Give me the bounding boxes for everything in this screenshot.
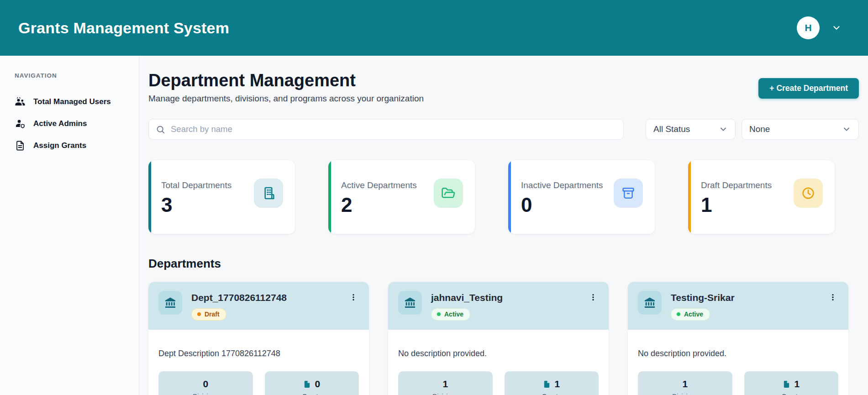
department-description: No description provided.: [638, 349, 838, 358]
avatar[interactable]: H: [797, 16, 820, 39]
status-text: Active: [684, 311, 703, 318]
divisions-count: 0: [158, 378, 253, 390]
stats-row: Total Departments 3 Active Departments 2…: [148, 160, 859, 234]
status-filter-value: All Status: [653, 124, 690, 134]
department-card-body: Dept Description 1770826112748 0 Divisio…: [148, 330, 369, 395]
grants-label: Grants: [505, 393, 599, 395]
grants-stat-box: 1 Grants: [505, 371, 599, 395]
grants-count: 1: [554, 378, 560, 390]
grants-count: 1: [794, 378, 800, 390]
accent-bar: [328, 160, 331, 234]
grants-label: Grants: [744, 393, 839, 395]
bank-icon: [398, 291, 422, 315]
status-badge: Active: [671, 308, 710, 321]
create-department-button[interactable]: + Create Department: [758, 78, 859, 99]
grants-count: 0: [315, 378, 320, 390]
divisions-label: Divisions: [638, 393, 732, 395]
page-head-text: Department Management Manage departments…: [148, 71, 424, 104]
department-card: Dept_1770826112748 Draft Dept Descriptio…: [148, 282, 369, 395]
page-subtitle: Manage departments, divisions, and progr…: [148, 94, 424, 104]
office-building-icon: [254, 179, 283, 208]
file-icon: [783, 380, 790, 388]
divisions-stat-box: 0 Divisions: [158, 371, 253, 395]
users-group-icon: [15, 96, 26, 107]
department-card-body: No description provided. 1 Divisions 1 G…: [388, 330, 609, 395]
divisions-count: 1: [638, 378, 732, 390]
header-user-area: H: [797, 16, 842, 39]
accent-bar: [688, 160, 691, 234]
grants-label: Grants: [265, 393, 359, 395]
department-title-block: Testing-Srikar Active: [671, 291, 735, 321]
sidebar-item-active-admins[interactable]: Active Admins: [0, 113, 139, 135]
secondary-filter-dropdown[interactable]: None: [742, 119, 859, 140]
sidebar-item-assign-grants[interactable]: Assign Grants: [0, 135, 139, 157]
department-name: Testing-Srikar: [671, 292, 735, 303]
department-stats: 1 Divisions 1 Grants: [398, 371, 599, 395]
divisions-stat-box: 1 Divisions: [398, 371, 493, 395]
department-title-block: jahnavi_Testing Active: [431, 291, 503, 321]
accent-bar: [508, 160, 511, 234]
status-filter-dropdown[interactable]: All Status: [646, 119, 736, 140]
status-badge: Draft: [191, 308, 226, 321]
clock-icon: [794, 179, 823, 208]
archive-box-icon: [614, 179, 643, 208]
department-name: jahnavi_Testing: [431, 292, 503, 303]
kebab-menu-icon[interactable]: [588, 291, 599, 305]
search-icon: [156, 125, 165, 134]
chevron-down-icon[interactable]: [831, 23, 842, 33]
status-text: Active: [444, 311, 463, 318]
bank-icon: [158, 291, 182, 315]
document-icon: [15, 140, 26, 151]
departments-heading: Departments: [148, 257, 859, 271]
department-card: Testing-Srikar Active No description pro…: [628, 282, 848, 395]
sidebar-item-label: Active Admins: [33, 119, 87, 128]
department-name: Dept_1770826112748: [191, 292, 287, 303]
secondary-filter-value: None: [749, 124, 770, 134]
departments-grid: Dept_1770826112748 Draft Dept Descriptio…: [148, 282, 859, 395]
department-card-header: jahnavi_Testing Active: [388, 282, 609, 330]
bank-icon: [638, 291, 662, 315]
sidebar: NAVIGATION Total Managed Users Active Ad…: [0, 56, 139, 395]
stat-card-inactive-departments: Inactive Departments 0: [508, 160, 655, 234]
department-stats: 0 Divisions 0 Grants: [158, 371, 359, 395]
toolbar: All Status None: [148, 119, 859, 140]
sidebar-item-label: Assign Grants: [33, 141, 86, 150]
chevron-down-icon: [842, 125, 851, 134]
file-icon: [303, 380, 311, 388]
folder-open-icon: [434, 179, 463, 208]
status-text: Draft: [205, 311, 220, 318]
status-badge: Active: [431, 308, 470, 321]
department-description: No description provided.: [398, 349, 599, 358]
file-icon: [543, 380, 551, 388]
kebab-menu-icon[interactable]: [348, 291, 359, 305]
divisions-stat-box: 1 Divisions: [638, 371, 732, 395]
main-content: Department Management Manage departments…: [139, 56, 868, 395]
department-description: Dept Description 1770826112748: [158, 349, 359, 358]
grants-stat-box: 0 Grants: [265, 371, 359, 395]
department-card-header: Dept_1770826112748 Draft: [148, 282, 369, 330]
department-stats: 1 Divisions 1 Grants: [638, 371, 838, 395]
stat-card-total-departments: Total Departments 3: [148, 160, 295, 234]
app-title: Grants Management System: [18, 19, 229, 37]
admin-shield-icon: [15, 118, 26, 129]
divisions-count: 1: [398, 378, 493, 390]
search-input[interactable]: [171, 124, 616, 134]
department-card-header: Testing-Srikar Active: [628, 282, 848, 330]
department-card: jahnavi_Testing Active No description pr…: [388, 282, 609, 395]
kebab-menu-icon[interactable]: [827, 291, 838, 305]
sidebar-item-label: Total Managed Users: [33, 97, 111, 106]
status-dot: [437, 312, 441, 316]
status-dot: [677, 312, 680, 316]
status-dot: [197, 312, 201, 316]
divisions-label: Divisions: [398, 393, 493, 395]
divisions-label: Divisions: [158, 393, 253, 395]
chevron-down-icon: [719, 125, 728, 134]
page-title: Department Management: [148, 71, 424, 90]
search-box: [148, 119, 624, 140]
department-title-block: Dept_1770826112748 Draft: [191, 291, 287, 321]
nav-section-label: NAVIGATION: [0, 72, 139, 79]
app-header: Grants Management System H: [0, 0, 868, 56]
grants-stat-box: 1 Grants: [744, 371, 839, 395]
sidebar-item-total-managed-users[interactable]: Total Managed Users: [0, 91, 139, 113]
department-card-body: No description provided. 1 Divisions 1 G…: [628, 330, 848, 395]
